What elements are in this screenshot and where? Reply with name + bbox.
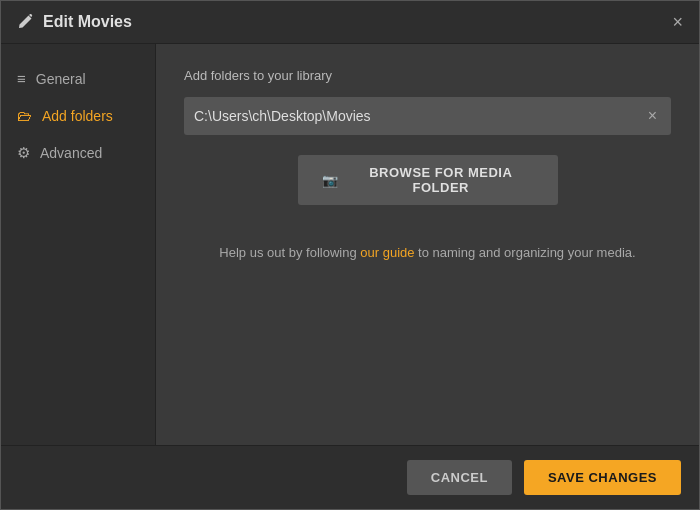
guide-text-before: Help us out by following [219, 245, 360, 260]
section-label: Add folders to your library [184, 68, 671, 83]
sidebar-item-add-folders-label: Add folders [42, 108, 113, 124]
browse-button-label: BROWSE FOR MEDIA FOLDER [348, 165, 534, 195]
save-changes-button[interactable]: SAVE CHANGES [524, 460, 681, 495]
sidebar-item-general[interactable]: ≡ General [1, 60, 155, 97]
folder-icon: 🗁 [17, 107, 32, 124]
pencil-icon [17, 14, 33, 30]
our-guide-link[interactable]: our guide [360, 245, 414, 260]
clear-folder-button[interactable]: × [644, 107, 661, 125]
cancel-button[interactable]: CANCEL [407, 460, 512, 495]
dialog-title: Edit Movies [43, 13, 132, 31]
dialog-footer: CANCEL SAVE CHANGES [1, 445, 699, 509]
browse-media-folder-button[interactable]: 📷 BROWSE FOR MEDIA FOLDER [298, 155, 558, 205]
sidebar-item-advanced-label: Advanced [40, 145, 102, 161]
dialog-body: ≡ General 🗁 Add folders ⚙ Advanced Add f… [1, 44, 699, 445]
title-bar: Edit Movies × [1, 1, 699, 44]
folder-input-row: × [184, 97, 671, 135]
general-icon: ≡ [17, 70, 26, 87]
folder-path-input[interactable] [194, 108, 644, 124]
sidebar-item-general-label: General [36, 71, 86, 87]
close-button[interactable]: × [672, 13, 683, 31]
sidebar-item-advanced[interactable]: ⚙ Advanced [1, 134, 155, 172]
main-content: Add folders to your library × 📷 BROWSE F… [156, 44, 699, 445]
gear-icon: ⚙ [17, 144, 30, 162]
guide-text-after: to naming and organizing your media. [415, 245, 636, 260]
sidebar-item-add-folders[interactable]: 🗁 Add folders [1, 97, 155, 134]
title-bar-left: Edit Movies [17, 13, 132, 31]
guide-text: Help us out by following our guide to na… [184, 245, 671, 260]
browse-camera-icon: 📷 [322, 173, 339, 188]
sidebar: ≡ General 🗁 Add folders ⚙ Advanced [1, 44, 156, 445]
edit-movies-dialog: Edit Movies × ≡ General 🗁 Add folders ⚙ … [0, 0, 700, 510]
